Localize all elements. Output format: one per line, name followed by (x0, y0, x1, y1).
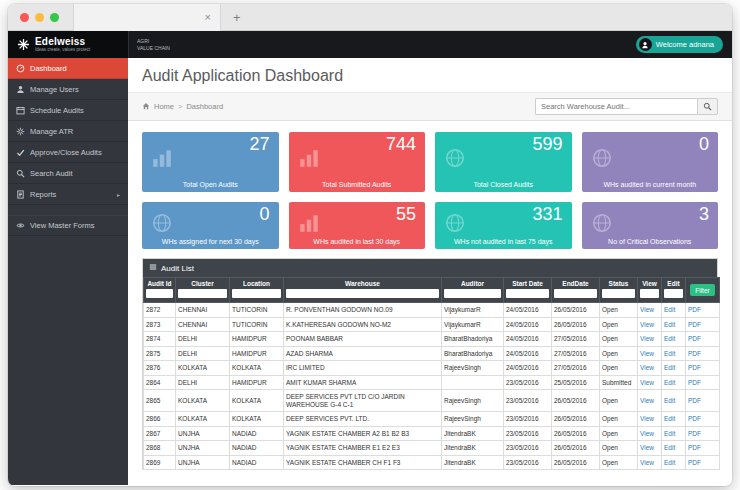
edit-link[interactable]: Edit (664, 415, 675, 422)
breadcrumb-home[interactable]: Home (154, 102, 174, 111)
edit-link[interactable]: Edit (664, 379, 675, 386)
sidebar-item-reports[interactable]: Reports▸ (8, 184, 128, 205)
cell-start: 23/05/2016 (504, 455, 552, 470)
view-link[interactable]: View (640, 430, 654, 437)
cell-warehouse: AMIT KUMAR SHARMA (284, 375, 442, 390)
stat-card-whs-assigned-for-next-30-days[interactable]: 0WHs assigned for next 30 days (142, 202, 279, 249)
close-window-button[interactable] (20, 13, 29, 22)
pdf-link[interactable]: PDF (688, 321, 701, 328)
brand-logo[interactable]: Edelweiss Ideas create, values protect (8, 31, 128, 58)
pdf-link[interactable]: PDF (688, 364, 701, 371)
stat-card-total-closed-audits[interactable]: 599Total Closed Audits (435, 132, 572, 192)
column-header-start-date[interactable]: Start Date (504, 278, 552, 303)
pdf-link[interactable]: PDF (688, 397, 701, 404)
user-menu[interactable]: Welcome adnana (636, 36, 723, 53)
edelweiss-star-icon (17, 38, 30, 51)
edit-link[interactable]: Edit (664, 459, 675, 466)
view-link[interactable]: View (640, 379, 654, 386)
view-link[interactable]: View (640, 459, 654, 466)
minimize-window-button[interactable] (35, 13, 44, 22)
tab-close-icon[interactable]: × (205, 11, 211, 23)
cell-auditor (442, 375, 504, 390)
edit-link[interactable]: Edit (664, 350, 675, 357)
sidebar-item-dashboard[interactable]: Dashboard (8, 58, 128, 79)
view-link[interactable]: View (640, 415, 654, 422)
browser-tab[interactable]: × (73, 4, 221, 31)
stat-card-whs-not-audited-in-last-75-days[interactable]: 331WHs not audited in last 75 days (435, 202, 572, 249)
cell-id: 2868 (144, 441, 176, 456)
pdf-link[interactable]: PDF (688, 444, 701, 451)
filter-input-warehouse[interactable] (286, 289, 439, 298)
pdf-link[interactable]: PDF (688, 335, 701, 342)
stat-card-total-open-audits[interactable]: 27Total Open Audits (142, 132, 279, 192)
view-link[interactable]: View (640, 397, 654, 404)
sidebar-item-approve-close-audits[interactable]: Approve/Close Audits (8, 142, 128, 163)
sidebar-item-manage-atr[interactable]: Manage ATR (8, 121, 128, 142)
search-button[interactable] (697, 98, 718, 115)
view-link[interactable]: View (640, 335, 654, 342)
edit-link[interactable]: Edit (664, 430, 675, 437)
pdf-link[interactable]: PDF (688, 379, 701, 386)
pdf-link[interactable]: PDF (688, 306, 701, 313)
cell-pdf: PDF (686, 455, 720, 470)
new-tab-button[interactable]: + (233, 11, 241, 24)
filter-input-status[interactable] (602, 289, 635, 298)
column-header-view[interactable]: View (638, 278, 662, 303)
filter-input-auditor[interactable] (444, 289, 501, 298)
column-header-warehouse[interactable]: Warehouse (284, 278, 442, 303)
view-link[interactable]: View (640, 364, 654, 371)
edit-link[interactable]: Edit (664, 364, 675, 371)
edit-link[interactable]: Edit (664, 397, 675, 404)
sidebar-item-manage-users[interactable]: Manage Users (8, 79, 128, 100)
edit-link[interactable]: Edit (664, 306, 675, 313)
column-header-cluster[interactable]: Cluster (176, 278, 230, 303)
filter-input-audit-id[interactable] (146, 289, 173, 298)
stat-card-whs-audited-in-last-30-days[interactable]: 55WHs audited in last 30 days (289, 202, 426, 249)
column-label: Cluster (178, 280, 227, 287)
filter-input-view[interactable] (640, 289, 659, 298)
sidebar-item-search-audit[interactable]: Search Audit (8, 163, 128, 184)
zoom-window-button[interactable] (50, 13, 59, 22)
globe-icon (444, 147, 466, 169)
column-header-location[interactable]: Location (230, 278, 284, 303)
filter-input-edit[interactable] (664, 289, 683, 298)
edit-link[interactable]: Edit (664, 444, 675, 451)
cell-id: 2866 (144, 412, 176, 427)
cell-auditor: RajeevSingh (442, 390, 504, 412)
cell-status: Open (600, 361, 638, 376)
stat-card-whs-audited-in-current-month[interactable]: 0WHs audited in current month (582, 132, 719, 192)
pdf-link[interactable]: PDF (688, 415, 701, 422)
stat-card-total-submitted-audits[interactable]: 744Total Submitted Audits (289, 132, 426, 192)
view-link[interactable]: View (640, 306, 654, 313)
sidebar-item-schedule-audits[interactable]: Schedule Audits (8, 100, 128, 121)
view-link[interactable]: View (640, 321, 654, 328)
column-header-auditor[interactable]: Auditor (442, 278, 504, 303)
column-header-enddate[interactable]: EndDate (552, 278, 600, 303)
view-link[interactable]: View (640, 350, 654, 357)
filter-button[interactable]: Filter (690, 284, 714, 296)
cell-end: 26/05/2016 (552, 441, 600, 456)
subbrand-line2: VALUE CHAIN (137, 45, 170, 52)
column-header-edit[interactable]: Edit (662, 278, 686, 303)
pdf-link[interactable]: PDF (688, 350, 701, 357)
cell-edit: Edit (662, 375, 686, 390)
search-input[interactable] (535, 98, 697, 115)
edit-link[interactable]: Edit (664, 321, 675, 328)
edit-link[interactable]: Edit (664, 335, 675, 342)
column-header-audit-id[interactable]: Audit Id (144, 278, 176, 303)
stat-card-no-of-critical-observations[interactable]: 3No of Critical Observations (582, 202, 719, 249)
filter-input-enddate[interactable] (554, 289, 597, 298)
sidebar-item-label: View Master Forms (30, 221, 94, 230)
filter-input-location[interactable] (232, 289, 281, 298)
filter-input-start-date[interactable] (506, 289, 549, 298)
pdf-link[interactable]: PDF (688, 459, 701, 466)
view-link[interactable]: View (640, 444, 654, 451)
filter-input-cluster[interactable] (178, 289, 227, 298)
cell-end: 25/05/2016 (552, 375, 600, 390)
pdf-link[interactable]: PDF (688, 430, 701, 437)
sidebar-item-view-master-forms[interactable]: View Master Forms (8, 215, 128, 236)
sidebar-item-label: Approve/Close Audits (30, 148, 102, 157)
audit-table: Audit IdClusterLocationWarehouseAuditorS… (143, 277, 720, 470)
stat-label: Total Submitted Audits (291, 181, 424, 188)
column-header-status[interactable]: Status (600, 278, 638, 303)
